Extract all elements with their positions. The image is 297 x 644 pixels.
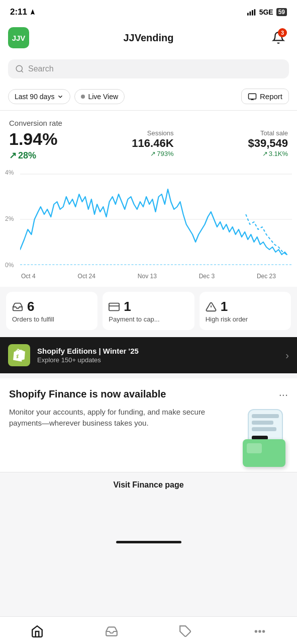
report-button[interactable]: Report bbox=[241, 89, 289, 104]
notification-button[interactable]: 3 bbox=[268, 27, 289, 48]
shopify-banner-subtitle: Explore 150+ updates bbox=[37, 356, 278, 364]
conversion-value: 1.94% bbox=[9, 129, 57, 149]
orders-card[interactable]: 6 Orders to fulfill bbox=[6, 292, 97, 330]
avatar[interactable]: JJV bbox=[8, 27, 29, 48]
svg-rect-5 bbox=[248, 94, 256, 99]
home-icon bbox=[31, 625, 44, 638]
total-sale-col: Total sale $39,549 ↗ 3.1K% bbox=[248, 129, 288, 157]
page-title: JJVending bbox=[123, 32, 173, 44]
orders-number: 6 bbox=[12, 299, 91, 314]
svg-point-15 bbox=[255, 630, 257, 632]
chart-area: 4% 2% 0% bbox=[5, 169, 292, 270]
notification-badge: 3 bbox=[278, 28, 287, 37]
header: JJV JJVending 3 bbox=[0, 22, 297, 55]
sessions-label: Sessions bbox=[132, 129, 173, 137]
total-sale-change: ↗ 3.1K% bbox=[248, 150, 288, 157]
sessions-change: ↗ 793% bbox=[132, 150, 173, 157]
status-right: 5GE 59 bbox=[247, 8, 287, 16]
finance-header: Shopify Finance is now available ··· bbox=[9, 388, 288, 401]
location-icon bbox=[29, 9, 36, 16]
chevron-down-icon bbox=[57, 93, 64, 100]
stats-section: Conversion rate 1.94% ↗ 28% Sessions 116… bbox=[0, 111, 297, 165]
nav-inbox[interactable] bbox=[95, 623, 128, 640]
risk-label: High risk order bbox=[206, 315, 285, 323]
nav-inbox-icon bbox=[105, 625, 118, 638]
live-view-button[interactable]: Live View bbox=[74, 89, 125, 104]
visit-finance-button[interactable]: Visit Finance page bbox=[0, 472, 297, 498]
nav-tag[interactable] bbox=[169, 623, 202, 640]
battery-level: 59 bbox=[276, 8, 287, 16]
action-cards: 6 Orders to fulfill 1 Payment to cap... … bbox=[0, 287, 297, 335]
finance-section: Shopify Finance is now available ··· Mon… bbox=[0, 378, 297, 498]
svg-point-4 bbox=[16, 65, 22, 71]
payment-number: 1 bbox=[109, 299, 188, 314]
bottom-nav bbox=[0, 616, 297, 644]
arrow-up-icon: ↗ bbox=[9, 150, 17, 161]
svg-rect-1 bbox=[249, 11, 251, 15]
risk-number: 1 bbox=[206, 299, 285, 314]
shopify-logo bbox=[8, 344, 30, 366]
conversion-change: ↗ 28% bbox=[9, 150, 57, 161]
more-icon bbox=[253, 625, 266, 638]
inbox-icon bbox=[12, 301, 23, 312]
shopify-bag-icon bbox=[13, 348, 26, 363]
finance-more-button[interactable]: ··· bbox=[274, 388, 288, 401]
sessions-col: Sessions 116.46K ↗ 793% bbox=[132, 129, 173, 157]
tag-icon bbox=[179, 625, 192, 638]
payment-card[interactable]: 1 Payment to cap... bbox=[103, 292, 194, 330]
nav-home[interactable] bbox=[21, 623, 54, 640]
signal-icon bbox=[247, 9, 256, 16]
finance-illustration bbox=[223, 407, 288, 467]
risk-card[interactable]: 1 High risk order bbox=[200, 292, 291, 330]
shopify-banner-title: Shopify Editions | Winter '25 bbox=[37, 347, 278, 355]
shopify-banner-text: Shopify Editions | Winter '25 Explore 15… bbox=[37, 347, 278, 364]
svg-rect-10 bbox=[109, 303, 119, 310]
svg-point-16 bbox=[259, 630, 261, 632]
finance-title: Shopify Finance is now available bbox=[9, 388, 180, 400]
banner-chevron-icon: › bbox=[285, 350, 289, 361]
total-sale-label: Total sale bbox=[248, 129, 288, 137]
conversion-label: Conversion rate bbox=[9, 119, 288, 127]
search-bar-container: Search bbox=[0, 55, 297, 85]
payment-label: Payment to cap... bbox=[109, 315, 188, 323]
payment-icon bbox=[109, 301, 120, 312]
report-icon bbox=[248, 93, 257, 100]
search-icon bbox=[15, 64, 24, 73]
nav-more[interactable] bbox=[243, 623, 276, 640]
status-time: 2:11 bbox=[10, 7, 36, 17]
search-input[interactable]: Search bbox=[8, 59, 289, 78]
home-indicator bbox=[116, 541, 181, 543]
sessions-value: 116.46K bbox=[132, 137, 173, 150]
live-dot bbox=[81, 95, 85, 99]
chart-svg bbox=[20, 169, 292, 270]
card-illustration bbox=[243, 439, 285, 467]
chart-y-labels: 4% 2% 0% bbox=[5, 169, 14, 270]
svg-rect-2 bbox=[252, 10, 253, 16]
svg-rect-3 bbox=[254, 9, 255, 16]
finance-description: Monitor your accounts, apply for funding… bbox=[9, 407, 218, 429]
total-sale-value: $39,549 bbox=[248, 137, 288, 150]
search-placeholder: Search bbox=[28, 64, 54, 73]
svg-point-17 bbox=[263, 630, 264, 632]
shopify-banner[interactable]: Shopify Editions | Winter '25 Explore 15… bbox=[0, 337, 297, 373]
toolbar: Last 90 days Live View Report bbox=[0, 85, 297, 111]
warning-icon bbox=[206, 301, 217, 312]
status-bar: 2:11 5GE 59 bbox=[0, 0, 297, 22]
date-range-button[interactable]: Last 90 days bbox=[8, 89, 70, 104]
chart-x-labels: Oct 4 Oct 24 Nov 13 Dec 3 Dec 23 bbox=[5, 270, 292, 285]
orders-label: Orders to fulfill bbox=[12, 315, 91, 323]
svg-rect-0 bbox=[247, 13, 249, 15]
chart-container: 4% 2% 0% Oct 4 Oct 24 Nov 13 Dec 3 Dec 2… bbox=[0, 165, 297, 287]
conversion-main: 1.94% ↗ 28% bbox=[9, 129, 57, 161]
